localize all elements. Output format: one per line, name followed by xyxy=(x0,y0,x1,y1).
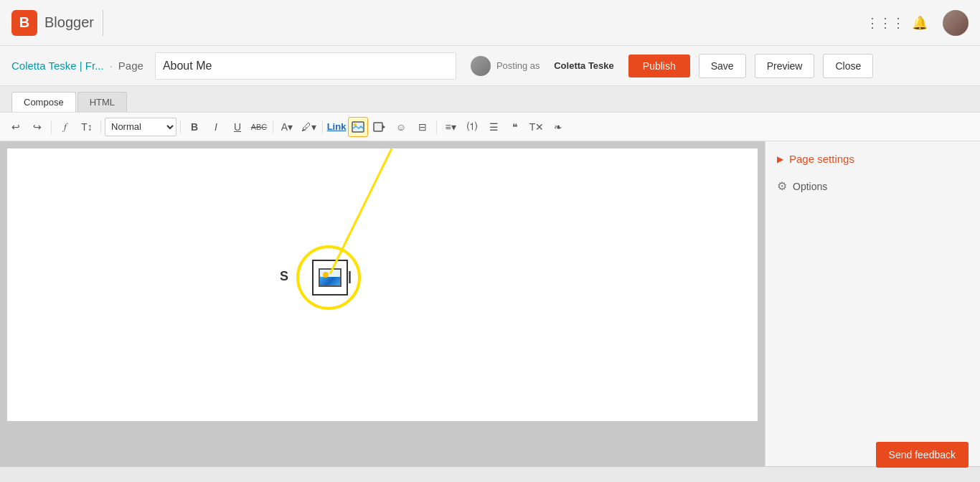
font-size-button[interactable]: T↕ xyxy=(77,117,97,137)
blogger-icon: B xyxy=(11,10,37,36)
numbered-list-button[interactable]: ⑴ xyxy=(462,117,482,137)
toolbar-divider-2 xyxy=(100,120,101,134)
undo-button[interactable]: ↩ xyxy=(6,117,26,137)
svg-marker-3 xyxy=(382,125,385,129)
highlight-button[interactable]: 🖊▾ xyxy=(298,117,319,137)
nav-divider xyxy=(103,10,103,36)
annotation-svg xyxy=(7,148,758,421)
editor-content[interactable]: S | xyxy=(7,148,758,421)
italic-button[interactable]: I xyxy=(206,117,226,137)
insert-image-button[interactable] xyxy=(348,117,368,137)
options-item[interactable]: ⚙ Options xyxy=(777,176,969,196)
format-select[interactable]: Normal Heading 1 Heading 2 Heading 3 xyxy=(105,118,176,136)
options-label: Options xyxy=(793,181,827,192)
formatting-toolbar: ↩ ↪ 𝑓 T↕ Normal Heading 1 Heading 2 Head… xyxy=(0,113,980,141)
tab-html[interactable]: HTML xyxy=(77,92,127,112)
publish-button[interactable]: Publish xyxy=(628,55,690,77)
sidebar: ▶ Page settings ⚙ Options xyxy=(765,141,980,480)
notifications-icon[interactable]: 🔔 xyxy=(908,11,931,34)
send-feedback-button[interactable]: Send feedback xyxy=(876,442,969,468)
toolbar-divider-3 xyxy=(180,120,181,134)
toolbar-divider-6 xyxy=(436,120,437,134)
preview-button[interactable]: Preview xyxy=(755,54,815,78)
jump-break-button[interactable]: ⊟ xyxy=(413,117,433,137)
editor-area[interactable]: S | xyxy=(0,141,765,480)
sub-header: Coletta Teske | Fr... · Page Posting as … xyxy=(0,46,980,86)
cursor-text-right: | xyxy=(348,269,352,284)
bullet-list-button[interactable]: ☰ xyxy=(484,117,504,137)
posting-as-prefix: Posting as xyxy=(496,60,540,71)
blogger-logo[interactable]: B Blogger xyxy=(11,10,94,36)
blog-title-link[interactable]: Coletta Teske | Fr... xyxy=(11,60,104,72)
insert-emoji-button[interactable]: ☺ xyxy=(391,117,411,137)
strikethrough-button[interactable]: ABC xyxy=(249,117,269,137)
blockquote-button[interactable]: ❝ xyxy=(505,117,525,137)
toolbar-divider-5 xyxy=(322,120,323,134)
grid-icon[interactable]: ⋮⋮⋮ xyxy=(874,11,897,34)
posting-as: Posting as Coletta Teske xyxy=(471,56,614,76)
toolbar-divider-4 xyxy=(273,120,273,134)
tab-compose[interactable]: Compose xyxy=(11,92,76,112)
page-settings-title: ▶ Page settings xyxy=(777,153,969,165)
insert-video-button[interactable] xyxy=(369,117,390,137)
posting-avatar xyxy=(471,56,491,76)
page-title-input[interactable] xyxy=(155,52,456,80)
page-badge: Page xyxy=(118,60,143,72)
posting-as-name: Coletta Teske xyxy=(554,60,614,71)
cursor-text-left: S xyxy=(280,269,288,284)
settings-title-text: Page settings xyxy=(789,153,854,165)
gear-icon: ⚙ xyxy=(777,179,787,193)
remove-format-button[interactable]: T✕ xyxy=(527,117,547,137)
toolbar-divider-1 xyxy=(51,120,52,134)
close-button[interactable]: Close xyxy=(823,54,873,78)
svg-rect-2 xyxy=(374,123,382,131)
breadcrumb-separator: · xyxy=(110,60,113,72)
text-color-button[interactable]: A▾ xyxy=(277,117,297,137)
align-button[interactable]: ≡▾ xyxy=(440,117,461,137)
nav-icons: ⋮⋮⋮ 🔔 xyxy=(874,10,969,36)
settings-arrow-icon: ▶ xyxy=(777,154,783,164)
editor-image-icon xyxy=(312,260,348,296)
font-button[interactable]: 𝑓 xyxy=(55,117,75,137)
link-button[interactable]: Link xyxy=(326,117,347,137)
editor-tabs: Compose HTML xyxy=(0,86,980,113)
bold-button[interactable]: B xyxy=(184,117,204,137)
image-thumbnail xyxy=(319,268,341,287)
redo-button[interactable]: ↪ xyxy=(27,117,47,137)
top-navbar: B Blogger ⋮⋮⋮ 🔔 xyxy=(0,0,980,46)
user-avatar[interactable] xyxy=(943,10,969,36)
underline-button[interactable]: U xyxy=(227,117,248,137)
save-button[interactable]: Save xyxy=(699,54,746,78)
special-chars-button[interactable]: ❧ xyxy=(548,117,568,137)
content-area: S | ▶ Page settings ⚙ Options xyxy=(0,141,980,480)
app-name: Blogger xyxy=(44,14,94,31)
status-bar xyxy=(0,466,980,482)
